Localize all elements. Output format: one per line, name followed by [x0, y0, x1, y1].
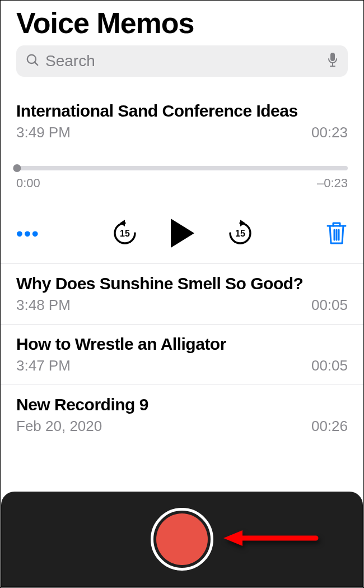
search-icon: [25, 53, 40, 70]
memo-title: Why Does Sunshine Smell So Good?: [16, 274, 348, 293]
memo-duration: 00:05: [311, 297, 348, 314]
svg-line-1: [35, 62, 38, 65]
memo-item-expanded[interactable]: International Sand Conference Ideas 3:49…: [1, 91, 363, 264]
svg-marker-8: [240, 220, 245, 226]
memo-time: 3:47 PM: [16, 357, 71, 374]
record-button[interactable]: [151, 508, 213, 571]
memo-item[interactable]: Why Does Sunshine Smell So Good? 3:48 PM…: [1, 264, 363, 325]
skip-back-15-button[interactable]: 15: [111, 220, 138, 247]
delete-button[interactable]: [325, 221, 348, 246]
memo-time: 3:49 PM: [16, 124, 71, 141]
svg-text:15: 15: [120, 229, 130, 238]
memo-title: New Recording 9: [16, 395, 348, 414]
play-button[interactable]: [169, 217, 197, 249]
search-input[interactable]: [45, 52, 326, 70]
skip-forward-15-button[interactable]: 15: [227, 220, 254, 247]
more-options-button[interactable]: •••: [16, 223, 40, 244]
header: Voice Memos: [1, 1, 363, 40]
memo-item[interactable]: New Recording 9 Feb 20, 2020 00:26: [1, 385, 363, 445]
record-bar: [1, 492, 363, 587]
memo-item[interactable]: How to Wrestle an Alligator 3:47 PM 00:0…: [1, 325, 363, 385]
memo-time: Feb 20, 2020: [16, 418, 102, 435]
memo-duration: 00:23: [311, 124, 348, 141]
svg-rect-2: [330, 53, 335, 61]
playback-scrubber[interactable]: [16, 166, 348, 170]
scrub-remaining: –0:23: [317, 176, 348, 191]
memo-duration: 00:05: [311, 357, 348, 374]
scrub-elapsed: 0:00: [16, 176, 40, 191]
memo-time: 3:48 PM: [16, 297, 71, 314]
memo-duration: 00:26: [311, 418, 348, 435]
page-title: Voice Memos: [16, 6, 348, 40]
record-icon: [156, 513, 208, 565]
svg-text:15: 15: [235, 229, 245, 238]
search-field[interactable]: [16, 45, 348, 77]
memo-title: International Sand Conference Ideas: [16, 101, 348, 121]
scrubber-knob[interactable]: [13, 164, 21, 172]
memo-title: How to Wrestle an Alligator: [16, 335, 348, 354]
svg-marker-7: [171, 219, 194, 248]
dictation-icon[interactable]: [326, 52, 339, 70]
svg-marker-5: [120, 220, 125, 226]
